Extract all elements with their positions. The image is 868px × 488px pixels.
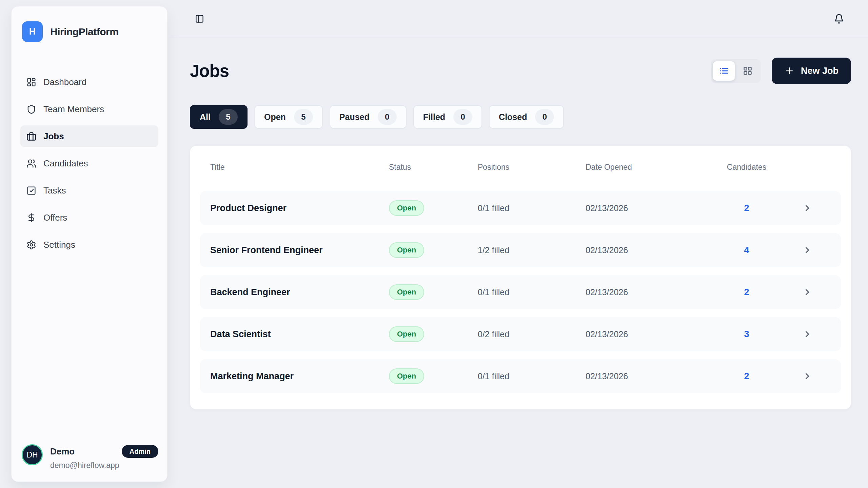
candidates-count[interactable]: 2 [709,287,784,298]
job-title: Backend Engineer [210,287,389,298]
filter-tab-closed[interactable]: Closed 0 [489,105,564,129]
sidebar-item-tasks[interactable]: Tasks [20,180,158,201]
filter-tabs: All 5 Open 5 Paused 0 Filled 0 Closed 0 [190,105,851,129]
positions-value: 0/2 filled [478,329,586,339]
candidates-count[interactable]: 3 [709,329,784,340]
table-row[interactable]: Data Scientist Open 0/2 filled 02/13/202… [200,317,841,351]
positions-value: 0/1 filled [478,371,586,381]
page-title: Jobs [190,61,229,81]
status-badge: Open [389,200,424,216]
grid-icon [743,66,752,76]
sidebar-item-label: Settings [43,240,75,250]
filter-tab-count: 0 [378,109,397,125]
topbar [167,0,868,38]
date-opened-value: 02/13/2026 [586,371,709,381]
sidebar-item-settings[interactable]: Settings [20,234,158,256]
briefcase-icon [26,131,36,141]
sidebar-item-label: Candidates [43,158,88,169]
table-row[interactable]: Senior Frontend Engineer Open 1/2 filled… [200,233,841,267]
notifications-button[interactable] [834,14,844,24]
status-badge: Open [389,326,424,342]
chevron-right-icon[interactable] [784,287,831,297]
positions-value: 0/1 filled [478,287,586,297]
chevron-right-icon[interactable] [784,329,831,339]
table-row[interactable]: Marketing Manager Open 0/1 filled 02/13/… [200,359,841,393]
sidebar-item-label: Offers [43,212,67,223]
column-header-title: Title [210,163,389,172]
sidebar-item-team-members[interactable]: Team Members [20,98,158,120]
app-brand: H HiringPlatform [22,21,158,42]
list-view-button[interactable] [713,61,735,81]
status-badge: Open [389,368,424,384]
table-header: Title Status Positions Date Opened Candi… [200,146,841,191]
status-badge: Open [389,284,424,300]
filter-tab-label: Paused [339,112,370,122]
date-opened-value: 02/13/2026 [586,203,709,213]
dashboard-icon [26,77,36,87]
table-row[interactable]: Product Designer Open 0/1 filled 02/13/2… [200,191,841,225]
candidates-count[interactable]: 4 [709,245,784,256]
role-badge: Admin [122,445,158,458]
job-title: Senior Frontend Engineer [210,245,389,256]
sidebar-item-candidates[interactable]: Candidates [20,152,158,174]
filter-tab-open[interactable]: Open 5 [254,105,323,129]
filter-tab-label: Closed [499,112,527,122]
column-header-status: Status [389,163,478,172]
sidebar-item-dashboard[interactable]: Dashboard [20,71,158,93]
candidates-count[interactable]: 2 [709,203,784,214]
new-job-label: New Job [801,66,839,76]
sidebar-toggle-icon [195,14,204,23]
sidebar-toggle-button[interactable] [195,14,204,23]
chevron-right-icon[interactable] [784,245,831,255]
sidebar-item-jobs[interactable]: Jobs [20,125,158,147]
chevron-right-icon[interactable] [784,371,831,381]
view-toggle [711,59,761,83]
plus-icon [784,66,794,76]
date-opened-value: 02/13/2026 [586,329,709,339]
filter-tab-label: Filled [423,112,445,122]
filter-tab-filled[interactable]: Filled 0 [413,105,482,129]
user-name: Demo [50,446,75,457]
sidebar-item-label: Tasks [43,185,66,196]
job-title: Product Designer [210,203,389,214]
job-title: Marketing Manager [210,371,389,382]
sidebar-item-offers[interactable]: Offers [20,207,158,228]
filter-tab-count: 0 [535,109,554,125]
user-panel[interactable]: DH Demo Admin demo@hireflow.app [20,444,158,470]
filter-tab-label: All [200,112,211,122]
job-title: Data Scientist [210,329,389,340]
gear-icon [26,240,36,250]
main-area: Jobs New Job All 5 [167,0,868,488]
sidebar-item-label: Dashboard [43,77,86,87]
column-header-date-opened: Date Opened [586,163,709,172]
user-info: Demo Admin demo@hireflow.app [50,444,158,470]
grid-view-button[interactable] [737,61,758,81]
filter-tab-count: 5 [219,109,238,125]
date-opened-value: 02/13/2026 [586,245,709,255]
sidebar-nav: Dashboard Team Members Jobs Candidates T… [20,71,158,256]
app-logo: H [22,21,43,42]
chevron-right-icon[interactable] [784,203,831,213]
candidates-count[interactable]: 2 [709,371,784,382]
dollar-icon [26,213,36,223]
filter-tab-paused[interactable]: Paused 0 [330,105,407,129]
jobs-table: Title Status Positions Date Opened Candi… [190,146,851,409]
new-job-button[interactable]: New Job [772,58,851,84]
table-row[interactable]: Backend Engineer Open 0/1 filled 02/13/2… [200,275,841,309]
status-badge: Open [389,242,424,258]
positions-value: 0/1 filled [478,203,586,213]
positions-value: 1/2 filled [478,245,586,255]
sidebar-item-label: Team Members [43,104,104,115]
content: Jobs New Job All 5 [167,58,868,409]
sidebar: H HiringPlatform Dashboard Team Members … [11,6,167,482]
filter-tab-count: 0 [453,109,472,125]
list-icon [719,66,729,76]
filter-tab-label: Open [264,112,286,122]
column-header-positions: Positions [478,163,586,172]
app-name: HiringPlatform [50,26,118,38]
filter-tab-all[interactable]: All 5 [190,105,248,129]
sidebar-item-label: Jobs [43,131,64,142]
date-opened-value: 02/13/2026 [586,287,709,297]
user-email: demo@hireflow.app [50,461,158,470]
column-header-candidates: Candidates [709,163,784,172]
